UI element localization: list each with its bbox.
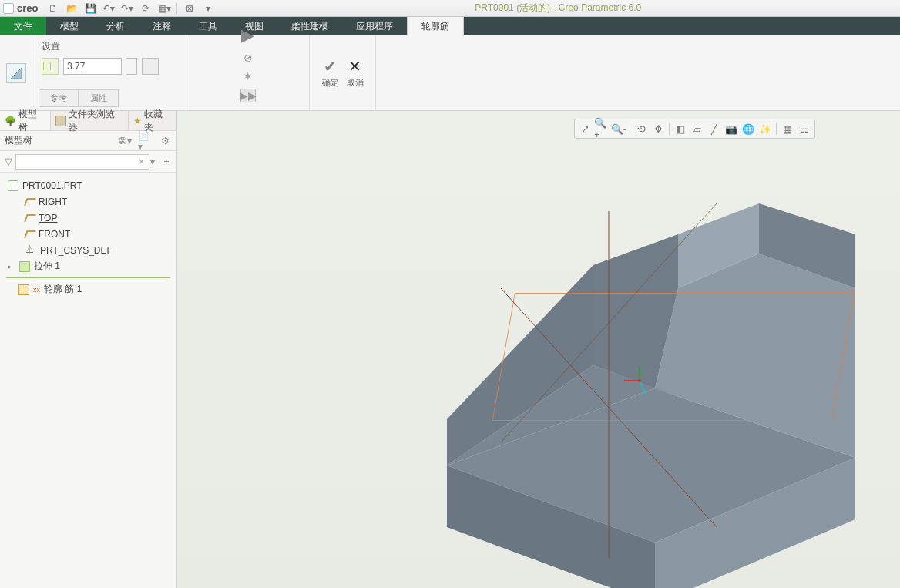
app-icon xyxy=(3,3,14,14)
rib-icon xyxy=(18,284,29,295)
menu-analysis[interactable]: 分析 xyxy=(92,17,139,35)
star-icon: ★ xyxy=(133,116,142,126)
menu-apps[interactable]: 应用程序 xyxy=(342,17,407,35)
thickness-spinner[interactable] xyxy=(126,58,137,75)
sidetab-label-0: 模型树 xyxy=(18,108,45,134)
ribbon: 设置 ⎸⎸ 参考 属性 ▶ ⊘ ✶ ▶▶ 👓 ✔ 确定 ✕ 取消 xyxy=(0,35,900,111)
csys-icon: ⏃ xyxy=(25,245,36,256)
rib-feature-icon[interactable] xyxy=(6,63,26,83)
menu-flex[interactable]: 柔性建模 xyxy=(277,17,342,35)
plane-icon xyxy=(24,198,36,206)
ok-button[interactable]: ✔ 确定 xyxy=(322,57,339,89)
rg-preview: ▶ ⊘ ✶ ▶▶ 👓 xyxy=(186,35,310,110)
window-title: PRT0001 (活动的) - Creo Parametric 6.0 xyxy=(219,2,897,15)
canvas-3d-view[interactable]: ⤢ 🔍+ 🔍- ⟲ ✥ ◧ ▱ ╱ 📷 🌐 ✨ ▦ ⚏ xyxy=(177,111,900,588)
expand-icon[interactable]: ▸ xyxy=(8,262,15,270)
check-icon: ✔ xyxy=(324,57,337,76)
extrude-icon xyxy=(19,261,30,272)
plane-right-label: RIGHT xyxy=(39,197,67,207)
filter-row: ▽ × ▾ + xyxy=(0,151,176,173)
workspace: 🌳 模型树 文件夹浏览器 ★ 收藏夹 模型树 🛠▾ 📄▾ ⚙ ▽ × ▾ + xyxy=(0,111,900,588)
sidebar-tabs: 🌳 模型树 文件夹浏览器 ★ 收藏夹 xyxy=(0,111,176,131)
tree-title: 模型树 xyxy=(5,134,112,147)
thickness-icon[interactable]: ⎸⎸ xyxy=(42,58,59,75)
plane-icon xyxy=(24,230,36,238)
regenerate-icon[interactable]: ⟳ xyxy=(138,2,153,15)
tree-icon: 🌳 xyxy=(5,116,16,126)
thickness-input[interactable] xyxy=(63,58,122,75)
new-file-icon[interactable]: 🗋 xyxy=(45,2,61,15)
cancel-label: 取消 xyxy=(347,77,364,89)
sidetab-folder-browser[interactable]: 文件夹浏览器 xyxy=(51,111,129,130)
close-window-icon[interactable]: ⊠ xyxy=(182,2,197,15)
filter-dropdown-icon[interactable]: ▾ xyxy=(147,156,158,167)
rg-settings: 设置 ⎸⎸ 参考 属性 xyxy=(32,35,186,110)
settings-label: 设置 xyxy=(42,40,180,53)
model-tree: PRT0001.PRT RIGHT TOP FRONT ⏃ PRT_CSYS_D… xyxy=(0,173,176,302)
menu-file[interactable]: 文件 xyxy=(0,17,46,35)
flip-icon[interactable] xyxy=(142,58,159,75)
menu-model[interactable]: 模型 xyxy=(46,17,92,35)
no-preview-icon[interactable]: ⊘ xyxy=(240,52,256,64)
tree-tools-icon[interactable]: 🛠▾ xyxy=(118,134,132,148)
tree-show-icon[interactable]: 📄▾ xyxy=(138,134,152,148)
menu-rib-profile[interactable]: 轮廓筋 xyxy=(407,17,464,35)
menu-bar: 文件 模型 分析 注释 工具 视图 柔性建模 应用程序 轮廓筋 xyxy=(0,17,900,35)
tree-insert-marker xyxy=(6,277,170,278)
tree-header: 模型树 🛠▾ 📄▾ ⚙ xyxy=(0,131,176,151)
ok-label: 确定 xyxy=(322,77,339,89)
undo-icon[interactable]: ↶▾ xyxy=(101,2,116,15)
sidebar: 🌳 模型树 文件夹浏览器 ★ 收藏夹 模型树 🛠▾ 📄▾ ⚙ ▽ × ▾ + xyxy=(0,111,177,588)
csys-label: PRT_CSYS_DEF xyxy=(40,245,112,256)
clear-filter-icon[interactable]: × xyxy=(139,156,144,167)
open-file-icon[interactable]: 📂 xyxy=(64,2,79,15)
plane-front-label: FRONT xyxy=(39,229,70,240)
rg-feature-icon xyxy=(0,35,32,110)
qa-separator xyxy=(176,3,177,14)
x-icon: ✕ xyxy=(348,57,361,76)
tree-root[interactable]: PRT0001.PRT xyxy=(0,177,176,193)
extrude-label: 拉伸 1 xyxy=(34,260,60,273)
qa-dropdown-icon[interactable]: ▾ xyxy=(200,2,216,15)
title-bar: creo 🗋 📂 💾 ↶▾ ↷▾ ⟳ ▦▾ ⊠ ▾ PRT0001 (活动的) … xyxy=(0,0,900,17)
save-icon[interactable]: 💾 xyxy=(82,2,98,15)
verify-icon[interactable]: ✶ xyxy=(240,70,256,82)
tree-plane-right[interactable]: RIGHT xyxy=(0,193,176,210)
svg-marker-0 xyxy=(11,68,22,79)
filter-input[interactable] xyxy=(15,154,149,170)
filter-add-icon[interactable]: + xyxy=(161,156,172,167)
tree-rib[interactable]: xx 轮廓 筋 1 xyxy=(0,281,176,297)
windows-icon[interactable]: ▦▾ xyxy=(156,2,172,15)
model-3d xyxy=(177,111,900,588)
sidetab-favorites[interactable]: ★ 收藏夹 xyxy=(129,111,176,130)
part-icon xyxy=(8,180,18,191)
menu-annotate[interactable]: 注释 xyxy=(139,17,185,35)
brand-label: creo xyxy=(17,2,38,14)
play-icon[interactable]: ▶ xyxy=(241,25,254,45)
cancel-button[interactable]: ✕ 取消 xyxy=(347,57,364,89)
tree-plane-top[interactable]: TOP xyxy=(0,210,176,226)
subtab-references[interactable]: 参考 xyxy=(39,89,79,107)
tree-extrude[interactable]: ▸ 拉伸 1 xyxy=(0,258,176,274)
sidetab-label-1: 文件夹浏览器 xyxy=(69,108,123,134)
rib-label: 轮廓 筋 1 xyxy=(44,283,82,296)
feature-preview-icon[interactable]: ▶▶ xyxy=(240,89,256,102)
menu-tools[interactable]: 工具 xyxy=(185,17,231,35)
filter-icon[interactable]: ▽ xyxy=(5,156,12,167)
rg-confirm: ✔ 确定 ✕ 取消 xyxy=(310,35,376,110)
redo-icon[interactable]: ↷▾ xyxy=(119,2,135,15)
tree-settings-icon[interactable]: ⚙ xyxy=(158,134,172,148)
tree-root-label: PRT0001.PRT xyxy=(22,180,82,191)
menu-view[interactable]: 视图 xyxy=(231,17,277,35)
tree-csys[interactable]: ⏃ PRT_CSYS_DEF xyxy=(0,242,176,258)
folder-icon xyxy=(55,116,66,126)
subtab-properties[interactable]: 属性 xyxy=(79,89,119,107)
tree-plane-front[interactable]: FRONT xyxy=(0,226,176,242)
sidetab-model-tree[interactable]: 🌳 模型树 xyxy=(0,111,51,130)
plane-top-label: TOP xyxy=(39,213,57,223)
plane-icon xyxy=(24,214,36,222)
csys-origin xyxy=(638,379,641,382)
